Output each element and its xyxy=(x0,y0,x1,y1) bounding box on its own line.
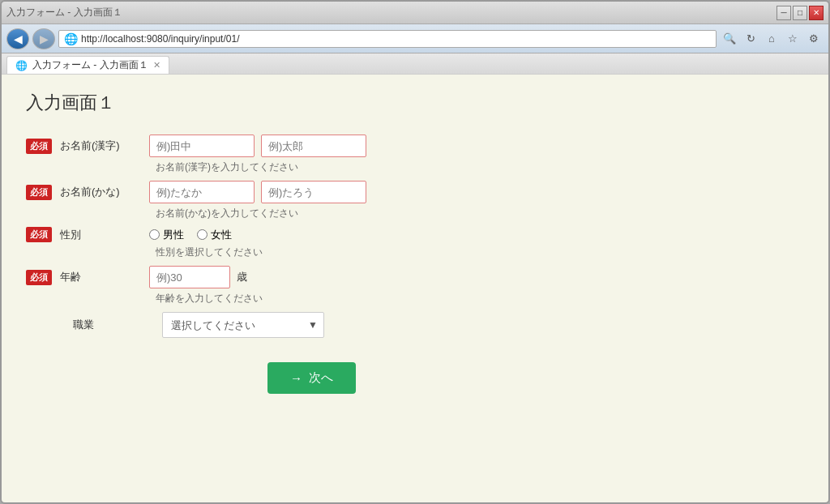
age-suffix: 歳 xyxy=(237,270,247,284)
forward-button[interactable]: ▶ xyxy=(32,28,55,49)
name-kana-label: お名前(かな) xyxy=(60,185,141,199)
next-arrow-icon: → xyxy=(290,371,302,385)
name-kana-inputs xyxy=(149,181,366,203)
gender-female-radio[interactable] xyxy=(197,229,208,240)
minimize-button[interactable]: ─ xyxy=(777,6,791,20)
window-title: 入力フォーム - 入力画面１ xyxy=(6,6,122,19)
name-kana-validation: お名前(かな)を入力してください xyxy=(156,207,804,220)
age-label: 年齢 xyxy=(60,270,141,284)
gender-male-radio[interactable] xyxy=(149,229,160,240)
titlebar: 入力フォーム - 入力画面１ ─ □ ✕ xyxy=(2,2,828,24)
gender-validation: 性別を選択してください xyxy=(156,246,804,259)
gender-label: 性別 xyxy=(60,228,141,242)
next-button-container: → 次へ xyxy=(154,354,804,394)
page-title: 入力画面１ xyxy=(26,91,804,115)
address-bar[interactable]: 🌐 http://localhost:9080/inquiry/input/01… xyxy=(58,30,717,48)
page-content: 入力画面１ 必須 お名前(漢字) お名前(漢字)を入力してください 必須 お名前… xyxy=(2,75,828,502)
occupation-select-wrapper: 選択してください 会社員 自営業 学生 主婦 その他 ▼ xyxy=(162,312,324,338)
name-kanji-section: 必須 お名前(漢字) お名前(漢字)を入力してください xyxy=(26,135,804,174)
name-kanji-first-input[interactable] xyxy=(261,135,366,157)
gender-radio-group: 男性 女性 xyxy=(149,228,232,242)
occupation-select[interactable]: 選択してください 会社員 自営業 学生 主婦 その他 xyxy=(162,312,324,338)
occupation-section: 職業 選択してください 会社員 自営業 学生 主婦 その他 ▼ xyxy=(26,312,804,338)
window-controls: ─ □ ✕ xyxy=(777,6,824,20)
name-kanji-required: 必須 xyxy=(26,139,52,154)
settings-button[interactable]: ⚙ xyxy=(804,30,824,48)
occupation-label: 職業 xyxy=(73,318,154,332)
next-button[interactable]: → 次へ xyxy=(267,362,356,394)
gender-male-label: 男性 xyxy=(163,228,184,242)
maximize-button[interactable]: □ xyxy=(793,6,807,20)
gender-female-label: 女性 xyxy=(211,228,232,242)
name-kanji-validation: お名前(漢字)を入力してください xyxy=(156,160,804,174)
navbar: ◀ ▶ 🌐 http://localhost:9080/inquiry/inpu… xyxy=(2,24,828,53)
nav-actions: 🔍 ↻ ⌂ ☆ ⚙ xyxy=(720,30,824,48)
age-input[interactable] xyxy=(149,266,230,288)
address-icon: 🌐 xyxy=(64,32,78,45)
tab-label: 入力フォーム - 入力画面１ xyxy=(32,58,148,72)
favorites-button[interactable]: ☆ xyxy=(783,30,802,48)
browser-tab[interactable]: 🌐 入力フォーム - 入力画面１ ✕ xyxy=(6,56,169,74)
name-kanji-last-input[interactable] xyxy=(149,135,255,157)
address-text: http://localhost:9080/inquiry/input/01/ xyxy=(81,33,239,45)
search-button[interactable]: 🔍 xyxy=(720,30,739,48)
refresh-button[interactable]: ↻ xyxy=(741,30,760,48)
titlebar-left: 入力フォーム - 入力画面１ xyxy=(6,6,122,19)
browser-window: 入力フォーム - 入力画面１ ─ □ ✕ ◀ ▶ 🌐 http://localh… xyxy=(0,0,830,504)
back-button[interactable]: ◀ xyxy=(6,28,29,49)
name-kana-last-input[interactable] xyxy=(149,181,255,203)
tab-favicon: 🌐 xyxy=(15,60,28,71)
name-kana-required: 必須 xyxy=(26,185,52,200)
age-section: 必須 年齢 歳 年齢を入力してください xyxy=(26,266,804,305)
close-button[interactable]: ✕ xyxy=(809,6,824,20)
name-kanji-inputs xyxy=(149,135,366,157)
name-kanji-label: お名前(漢字) xyxy=(60,139,141,153)
gender-required: 必須 xyxy=(26,227,52,242)
gender-section: 必須 性別 男性 女性 性別を選択してください xyxy=(26,227,804,259)
name-kana-section: 必須 お名前(かな) お名前(かな)を入力してください xyxy=(26,181,804,220)
home-button[interactable]: ⌂ xyxy=(762,30,781,48)
gender-label-row: 必須 性別 男性 女性 xyxy=(26,227,804,242)
name-kana-first-input[interactable] xyxy=(261,181,366,203)
gender-male-option[interactable]: 男性 xyxy=(149,228,184,242)
age-input-row: 歳 xyxy=(149,266,247,288)
name-kanji-label-row: 必須 お名前(漢字) xyxy=(26,135,804,157)
age-validation: 年齢を入力してください xyxy=(156,292,804,305)
gender-female-option[interactable]: 女性 xyxy=(197,228,232,242)
tabbar: 🌐 入力フォーム - 入力画面１ ✕ xyxy=(2,53,828,75)
age-label-row: 必須 年齢 歳 xyxy=(26,266,804,288)
next-button-label: 次へ xyxy=(309,370,333,386)
name-kana-label-row: 必須 お名前(かな) xyxy=(26,181,804,203)
age-required: 必須 xyxy=(26,270,52,285)
occupation-label-row: 職業 選択してください 会社員 自営業 学生 主婦 その他 ▼ xyxy=(26,312,804,338)
tab-close-button[interactable]: ✕ xyxy=(153,60,160,70)
